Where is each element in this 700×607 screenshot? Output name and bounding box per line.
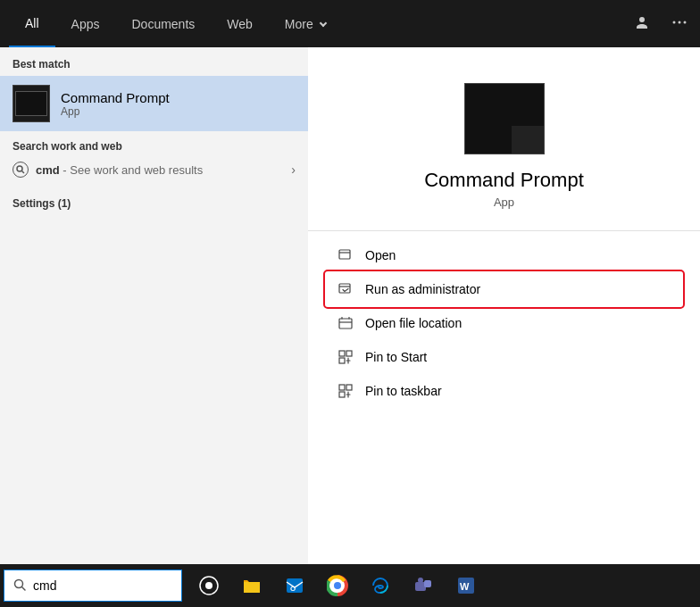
svg-rect-26 [424,580,431,587]
svg-rect-11 [346,351,352,356]
file-explorer-icon[interactable] [232,564,271,607]
nav-right-actions [630,11,691,37]
chrome-icon[interactable] [318,564,357,607]
tab-apps[interactable]: Apps [55,0,116,47]
tab-web[interactable]: Web [211,0,269,47]
svg-point-25 [418,578,423,583]
right-panel: Command Prompt App Open [308,47,700,564]
tab-more-label: More [285,17,313,31]
search-work-item[interactable]: cmd - See work and web results › [12,158,296,181]
tab-web-label: Web [227,17,253,31]
open-icon [337,246,354,264]
svg-line-4 [22,171,25,174]
svg-rect-5 [339,250,350,259]
action-pin-start[interactable]: Pin to Start [326,340,682,374]
cmd-query-text: cmd [36,163,60,177]
open-label: Open [365,248,396,262]
svg-point-1 [679,21,681,23]
svg-text:W: W [460,581,470,592]
best-match-subtitle: App [61,105,170,118]
action-open[interactable]: Open [326,238,682,272]
svg-rect-15 [339,392,345,397]
settings-section: Settings (1) [0,190,308,217]
pin-start-icon [337,348,354,366]
svg-rect-10 [339,351,345,356]
admin-icon [337,280,354,298]
settings-label: Settings (1) [12,197,296,210]
teams-icon[interactable] [404,564,443,607]
location-icon [337,314,354,332]
location-label: Open file location [365,316,462,330]
svg-text:O: O [290,585,296,593]
divider [308,230,700,231]
top-navigation: All Apps Documents Web More [0,0,700,47]
taskbar-icons: O [189,564,486,607]
search-query: cmd - See work and web results [36,163,203,177]
more-chevron-icon [320,19,327,26]
svg-point-2 [684,21,687,23]
cmd-icon-inner [15,91,47,116]
svg-rect-9 [339,319,352,328]
svg-line-17 [22,586,26,590]
search-work-label: Search work and web [12,140,296,153]
svg-rect-12 [339,358,345,363]
search-work-left: cmd - See work and web results [12,162,203,178]
tab-documents-label: Documents [131,17,195,31]
admin-label: Run as administrator [365,282,480,296]
taskbar-search-box[interactable]: cmd [4,570,182,602]
action-list: Open Run as administrator [308,238,700,408]
outlook-icon[interactable]: O [275,564,314,607]
best-match-title: Command Prompt [61,90,170,105]
svg-point-3 [17,166,22,171]
right-app-title: Command Prompt [424,169,584,192]
taskbar: cmd O [0,564,700,607]
person-icon[interactable] [630,11,654,37]
svg-point-0 [673,21,676,23]
tab-apps-label: Apps [71,17,100,31]
taskbar-search-text: cmd [33,578,56,593]
pin-start-label: Pin to Start [365,350,427,364]
best-match-item[interactable]: Command Prompt App [0,76,308,131]
word-icon[interactable]: W [446,564,486,607]
taskbar-search-icon [13,578,26,594]
search-circle-icon [12,162,29,178]
svg-rect-13 [339,385,345,390]
command-prompt-icon [12,85,50,122]
nav-tabs: All Apps Documents Web More [9,0,342,47]
best-match-label: Best match [0,47,308,76]
search-work-section: Search work and web cmd - See work and w… [0,131,308,190]
more-options-icon[interactable] [668,11,691,37]
app-large-icon [464,83,545,154]
tab-all-label: All [25,16,39,30]
pin-taskbar-label: Pin to taskbar [365,384,442,398]
edge-icon[interactable] [361,564,400,607]
pin-taskbar-icon [337,382,354,400]
task-view-icon[interactable] [189,564,229,607]
action-open-location[interactable]: Open file location [326,306,682,340]
svg-point-19 [205,582,212,589]
svg-point-23 [334,582,341,589]
action-pin-taskbar[interactable]: Pin to taskbar [326,374,682,408]
best-match-text: Command Prompt App [61,90,170,118]
tab-more[interactable]: More [269,0,342,47]
main-content: Best match Command Prompt App Search wor… [0,47,700,564]
tab-all[interactable]: All [9,0,55,47]
see-web-text: - See work and web results [62,163,203,177]
tab-documents[interactable]: Documents [115,0,211,47]
left-panel: Best match Command Prompt App Search wor… [0,47,308,564]
svg-rect-14 [346,385,352,390]
action-run-as-admin[interactable]: Run as administrator [326,272,682,306]
right-app-type: App [494,195,514,209]
chevron-right-icon: › [291,162,296,177]
